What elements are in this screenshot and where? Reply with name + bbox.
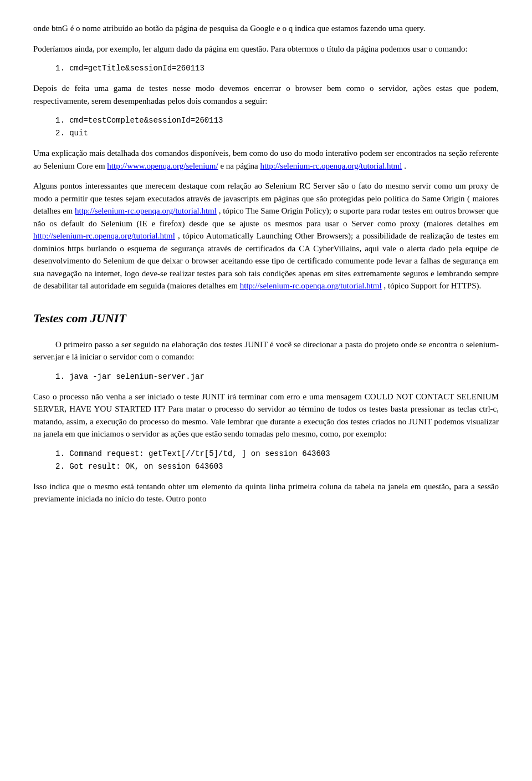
paragraph-6: O primeiro passo a ser seguido na elabor… [33, 338, 499, 363]
code-line-4: 1. java -jar selenium-server.jar [55, 371, 499, 383]
code-line-6: 2. Got result: OK, on session 643603 [55, 461, 499, 473]
p5-text: Alguns pontos interessantes que merecem … [33, 180, 499, 292]
section-junit-heading: Testes com JUNIT [33, 309, 499, 327]
code-block-2: 1. cmd=testComplete&sessionId=260113 2. … [55, 115, 499, 139]
code-line-3: 2. quit [55, 128, 499, 139]
p6-text: O primeiro passo a ser seguido na elabor… [33, 338, 499, 363]
p5-end: , tópico Support for HTTPS). [383, 281, 481, 290]
link-selenium-tutorial-3[interactable]: http://selenium-rc.openqa.org/tutorial.h… [33, 231, 175, 240]
paragraph-4: Uma explicação mais detalhada dos comand… [33, 147, 499, 172]
p4-mid: e na página [220, 161, 260, 170]
code-line-1: 1. cmd=getTitle&sessionId=260113 [55, 63, 499, 74]
page-content: onde btnG é o nome atribuído ao botão da… [33, 22, 499, 505]
code-line-2: 1. cmd=testComplete&sessionId=260113 [55, 115, 499, 126]
paragraph-3: Depois de feita uma gama de testes nesse… [33, 82, 499, 107]
p3-text: Depois de feita uma gama de testes nesse… [33, 82, 499, 107]
paragraph-8: Isso indica que o mesmo está tentando ob… [33, 480, 499, 505]
p4-end: . [404, 161, 406, 170]
paragraph-7: Caso o processo não venha a ser iniciado… [33, 390, 499, 440]
link-selenium-tutorial-4[interactable]: http://selenium-rc.openqa.org/tutorial.h… [240, 281, 382, 290]
section-heading-text: Testes com JUNIT [33, 311, 126, 325]
code-block-3: 1. java -jar selenium-server.jar [55, 371, 499, 383]
paragraph-2: Poderíamos ainda, por exemplo, ler algum… [33, 43, 499, 55]
p2-text: Poderíamos ainda, por exemplo, ler algum… [33, 43, 499, 55]
paragraph-1: onde btnG é o nome atribuído ao botão da… [33, 22, 499, 35]
paragraph-5: Alguns pontos interessantes que merecem … [33, 180, 499, 292]
code-line-5: 1. Command request: getText[//tr[5]/td, … [55, 448, 499, 460]
code-block-4: 1. Command request: getText[//tr[5]/td, … [55, 448, 499, 473]
link-selenium-tutorial-2[interactable]: http://selenium-rc.openqa.org/tutorial.h… [75, 206, 217, 215]
link-selenium-tutorial-1[interactable]: http://selenium-rc.openqa.org/tutorial.h… [260, 161, 402, 170]
code-block-1: 1. cmd=getTitle&sessionId=260113 [55, 63, 499, 74]
p7-text: Caso o processo não venha a ser iniciado… [33, 390, 499, 440]
p4-text: Uma explicação mais detalhada dos comand… [33, 147, 499, 172]
p8-text: Isso indica que o mesmo está tentando ob… [33, 480, 499, 505]
link-openqa-selenium[interactable]: http://www.openqa.org/selenium/ [107, 161, 218, 170]
p1-text: onde btnG é o nome atribuído ao botão da… [33, 22, 499, 35]
